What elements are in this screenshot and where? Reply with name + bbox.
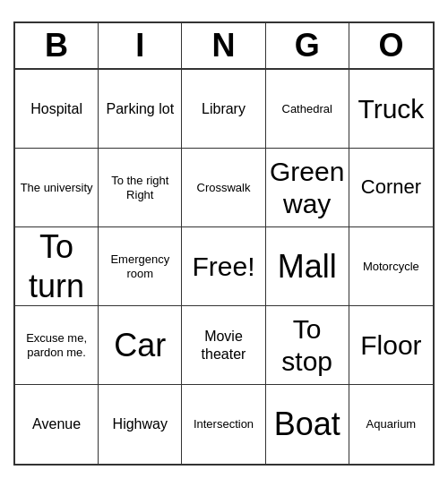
bingo-cell[interactable]: Floor	[349, 306, 433, 385]
cell-text: Emergency room	[102, 252, 177, 280]
bingo-cell[interactable]: Parking lot	[99, 70, 182, 149]
cell-text: Parking lot	[106, 100, 174, 117]
bingo-cell[interactable]: Hospital	[15, 70, 99, 149]
cell-text: Highway	[113, 415, 168, 432]
cell-text: Motorcycle	[363, 260, 419, 274]
bingo-cell[interactable]: Free!	[182, 227, 265, 306]
cell-text: Boat	[274, 405, 340, 443]
header-letter: G	[266, 23, 349, 68]
bingo-cell[interactable]: Crosswalk	[182, 149, 265, 227]
cell-text: Crosswalk	[197, 181, 251, 195]
bingo-cell[interactable]: Movie theater	[182, 306, 265, 385]
cell-text: Excuse me, pardon me.	[19, 331, 94, 359]
header-letter: B	[15, 23, 99, 68]
bingo-cell[interactable]: Avenue	[15, 385, 99, 464]
bingo-cell[interactable]: Motorcycle	[349, 227, 433, 306]
bingo-cell[interactable]: Car	[99, 306, 182, 385]
bingo-cell[interactable]: Emergency room	[99, 227, 182, 306]
cell-text: To turn	[19, 227, 94, 304]
bingo-cell[interactable]: The university	[15, 149, 99, 227]
cell-text: Free!	[192, 251, 254, 283]
cell-text: Green way	[270, 156, 345, 220]
bingo-cell[interactable]: Aquarium	[349, 385, 433, 464]
bingo-grid: HospitalParking lotLibraryCathedralTruck…	[15, 70, 433, 464]
bingo-cell[interactable]: Highway	[99, 385, 182, 464]
bingo-cell[interactable]: Boat	[266, 385, 349, 464]
bingo-cell[interactable]: To the right Right	[99, 149, 182, 227]
cell-text: To stop	[270, 313, 345, 378]
cell-text: Hospital	[30, 100, 82, 117]
bingo-cell[interactable]: Intersection	[182, 385, 265, 464]
cell-text: Cathedral	[282, 102, 332, 116]
cell-text: Intersection	[194, 417, 254, 431]
cell-text: Floor	[360, 329, 421, 362]
cell-text: Truck	[358, 93, 424, 125]
cell-text: Corner	[361, 175, 421, 199]
cell-text: Avenue	[32, 415, 81, 432]
cell-text: The university	[21, 181, 93, 195]
bingo-header: BINGO	[15, 23, 433, 70]
cell-text: Library	[202, 100, 246, 117]
bingo-cell[interactable]: To turn	[15, 227, 99, 306]
bingo-cell[interactable]: Mall	[266, 227, 349, 306]
header-letter: N	[182, 23, 265, 68]
cell-text: Aquarium	[366, 417, 417, 431]
header-letter: O	[349, 23, 433, 68]
bingo-card: BINGO HospitalParking lotLibraryCathedra…	[13, 21, 435, 466]
bingo-cell[interactable]: Library	[182, 70, 265, 149]
cell-text: Car	[114, 326, 166, 364]
cell-text: Mall	[278, 247, 337, 286]
header-letter: I	[99, 23, 182, 68]
bingo-cell[interactable]: Green way	[266, 149, 349, 227]
bingo-cell[interactable]: To stop	[266, 306, 349, 385]
bingo-cell[interactable]: Cathedral	[266, 70, 349, 149]
bingo-cell[interactable]: Corner	[349, 149, 433, 227]
bingo-cell[interactable]: Excuse me, pardon me.	[15, 306, 99, 385]
cell-text: Movie theater	[185, 328, 261, 362]
cell-text: To the right Right	[102, 174, 177, 201]
bingo-cell[interactable]: Truck	[349, 70, 433, 149]
